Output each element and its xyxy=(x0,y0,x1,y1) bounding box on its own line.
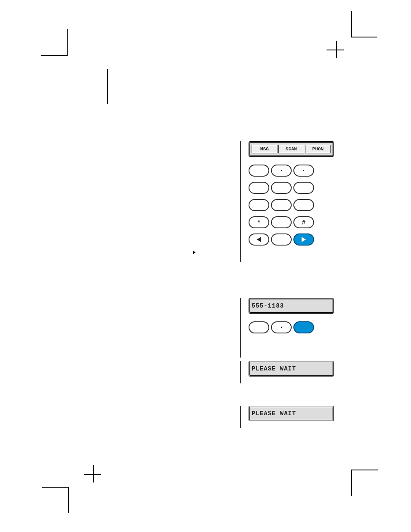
keypad: * # xyxy=(249,165,334,246)
lcd-display-wait: PLEASE WAIT xyxy=(249,406,334,421)
keypad-row xyxy=(249,321,334,333)
step-figure-wait-1: PLEASE WAIT xyxy=(240,361,334,383)
step-figure-wait-2: PLEASE WAIT xyxy=(240,406,334,428)
crop-mark-top-right xyxy=(351,37,377,37)
step-figure-number-entry: 555-1183 xyxy=(240,298,334,358)
keypad-key-6[interactable] xyxy=(293,182,314,194)
crop-mark-cross-bottom xyxy=(84,474,101,475)
page-guide-line xyxy=(107,69,108,104)
lcd-tab-scan: SCAN xyxy=(278,145,304,153)
crop-mark-top-left xyxy=(41,29,68,56)
triangle-right-icon xyxy=(302,237,306,242)
crop-mark-bottom-right xyxy=(351,470,378,496)
keypad-key-4[interactable] xyxy=(249,182,269,194)
keypad-key-center[interactable] xyxy=(271,233,292,246)
keypad-key-2[interactable] xyxy=(271,165,292,177)
keypad-key-1[interactable] xyxy=(249,321,269,333)
crop-mark-cross-top xyxy=(327,50,344,50)
lcd-tab-phon: PHON xyxy=(305,145,331,153)
keypad-key-left[interactable] xyxy=(249,233,269,246)
triangle-left-icon xyxy=(257,237,261,242)
lcd-tab-msg: MSG xyxy=(252,145,277,153)
keypad-key-8[interactable] xyxy=(271,199,292,211)
lcd-display-number: 555-1183 xyxy=(249,298,334,314)
keypad-key-star[interactable]: * xyxy=(249,216,269,228)
crop-mark-top-right xyxy=(351,11,352,37)
play-icon xyxy=(193,251,196,254)
crop-mark-bottom-left xyxy=(68,487,69,513)
keypad-key-5[interactable] xyxy=(271,182,292,194)
keypad-key-0[interactable] xyxy=(271,216,292,228)
lcd-display-wait: PLEASE WAIT xyxy=(249,361,334,376)
keypad-key-2[interactable] xyxy=(271,321,292,333)
crop-mark-bottom-left xyxy=(42,487,68,488)
keypad-key-3[interactable] xyxy=(293,321,314,333)
keypad-key-hash[interactable]: # xyxy=(293,216,314,228)
step-figure-keypad: MSG SCAN PHON * # xyxy=(240,141,334,262)
keypad-key-7[interactable] xyxy=(249,199,269,211)
lcd-display-tabs: MSG SCAN PHON xyxy=(249,141,334,157)
keypad-key-9[interactable] xyxy=(293,199,314,211)
keypad-key-3[interactable] xyxy=(293,165,314,177)
keypad-key-1[interactable] xyxy=(249,165,269,177)
keypad-key-right[interactable] xyxy=(293,233,314,246)
